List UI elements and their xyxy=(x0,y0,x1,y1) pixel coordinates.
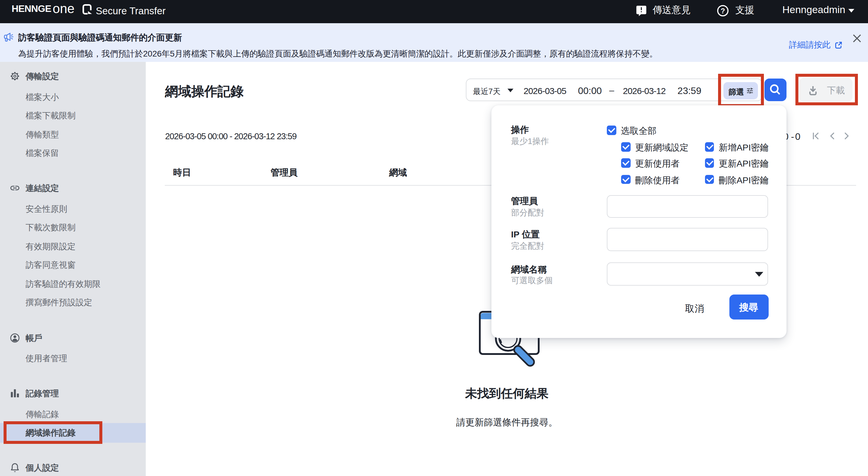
svg-text:?: ? xyxy=(721,7,725,15)
